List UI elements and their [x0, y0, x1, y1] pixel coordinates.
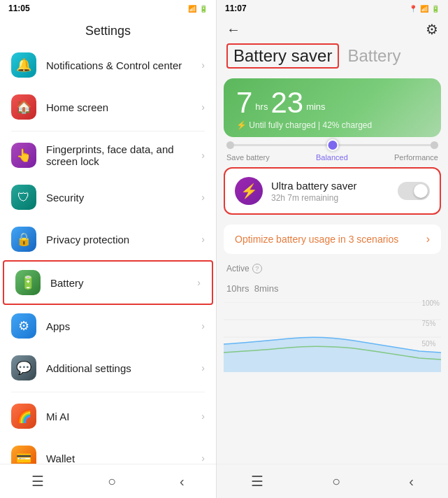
- settings-item-fingerprints[interactable]: 👆 Fingerprints, face data, and screen lo…: [0, 134, 216, 176]
- chevron-icon: ›: [201, 453, 205, 464]
- info-icon: ?: [252, 264, 262, 273]
- left-time: 11:05: [8, 3, 30, 13]
- active-mins: 8: [254, 283, 259, 294]
- active-label: Active ?: [226, 264, 438, 273]
- ultra-title: Ultra battery saver: [271, 180, 398, 192]
- right-time: 11:07: [225, 3, 247, 13]
- slider-mid-dot: [326, 139, 338, 151]
- chevron-icon: ›: [201, 411, 205, 422]
- divider: [11, 131, 205, 131]
- bolt-icon: ⚡: [240, 183, 258, 199]
- slider-track: [226, 144, 438, 146]
- optimize-text: Optimize battery usage in 3 scenarios: [235, 234, 398, 245]
- right-panel: 11:07 📍 📶 🔋 ← ⚙ Battery saver Battery 7 …: [217, 0, 448, 498]
- settings-item-apps[interactable]: ⚙ Apps ›: [0, 305, 216, 347]
- battery-settings-icon: 🔋: [15, 270, 41, 295]
- ultra-battery-card: ⚡ Ultra battery saver 32h 7m remaining: [224, 167, 441, 215]
- chevron-icon: ›: [201, 150, 205, 161]
- chart-labels: 100% 75% 50%: [421, 299, 440, 348]
- battery-status: ⚡ Until fully charged | 42% charged: [236, 120, 428, 130]
- status-bar-left: 11:05 📶 🔋: [0, 0, 216, 17]
- apps-label: Apps: [46, 320, 201, 332]
- wallet-icon: 💳: [11, 446, 36, 464]
- ultra-text: Ultra battery saver 32h 7m remaining: [271, 180, 398, 203]
- home-screen-label: Home screen: [46, 101, 201, 113]
- mode-slider[interactable]: [217, 141, 448, 148]
- privacy-icon: 🔒: [11, 227, 36, 252]
- right-back-button[interactable]: ‹: [409, 474, 414, 490]
- wallet-label: Wallet: [46, 453, 201, 464]
- additional-icon: 💬: [11, 355, 36, 380]
- mins-unit: mins: [259, 283, 278, 294]
- ultra-toggle[interactable]: [398, 182, 430, 200]
- additional-label: Additional settings: [46, 362, 201, 374]
- left-bottom-nav: ☰ ○ ‹: [0, 464, 216, 498]
- battery-label: Battery: [50, 277, 197, 289]
- back-arrow-button[interactable]: ←: [226, 22, 240, 38]
- right-header: ← ⚙: [217, 17, 448, 42]
- notifications-label: Notifications & Control center: [46, 59, 201, 71]
- chart-label-50: 50%: [421, 340, 440, 348]
- settings-item-notifications[interactable]: 🔔 Notifications & Control center ›: [0, 44, 216, 86]
- tab-battery[interactable]: Battery: [347, 46, 400, 66]
- settings-item-wallet[interactable]: 💳 Wallet ›: [0, 437, 216, 464]
- chevron-icon: ›: [201, 101, 205, 113]
- chevron-icon: ›: [201, 59, 205, 71]
- menu-button[interactable]: ☰: [31, 473, 44, 490]
- settings-item-additional[interactable]: 💬 Additional settings ›: [0, 347, 216, 389]
- mode-performance-label: Performance: [394, 153, 438, 162]
- mode-balanced-label: Balanced: [316, 153, 348, 162]
- settings-item-miai[interactable]: 🌈 Mi AI ›: [0, 395, 216, 437]
- optimize-row[interactable]: Optimize battery usage in 3 scenarios ›: [224, 225, 441, 254]
- settings-item-privacy[interactable]: 🔒 Privacy protection ›: [0, 218, 216, 260]
- left-panel: 11:05 📶 🔋 Settings 🔔 Notifications & Con…: [0, 0, 217, 498]
- miai-icon: 🌈: [11, 404, 36, 429]
- apps-icon: ⚙: [11, 313, 36, 339]
- fingerprint-icon: 👆: [11, 143, 36, 168]
- left-status-icons: 📶 🔋: [188, 5, 208, 13]
- security-icon: 🛡: [11, 185, 36, 210]
- gear-button[interactable]: ⚙: [426, 21, 438, 38]
- optimize-arrow-icon: ›: [426, 233, 430, 246]
- fingerprints-label: Fingerprints, face data, and screen lock: [46, 143, 201, 167]
- back-button[interactable]: ‹: [180, 474, 185, 490]
- settings-item-security[interactable]: 🛡 Security ›: [0, 176, 216, 218]
- battery-mins: 23: [270, 88, 303, 118]
- chevron-icon: ›: [197, 277, 201, 288]
- chevron-icon: ›: [201, 362, 205, 374]
- right-bottom-nav: ☰ ○ ‹: [217, 464, 448, 498]
- slider-right-dot: [431, 141, 438, 149]
- slider-left-dot: [226, 141, 234, 149]
- mode-save-label: Save battery: [226, 153, 270, 162]
- tab-battery-saver[interactable]: Battery saver: [226, 43, 339, 69]
- battery-card: 7 hrs 23 mins ⚡ Until fully charged | 42…: [224, 78, 441, 137]
- chart-label-100: 100%: [421, 299, 440, 307]
- signal-icon: 📶: [188, 5, 196, 13]
- right-home-button[interactable]: ○: [332, 474, 340, 490]
- battery-time-display: 7 hrs 23 mins: [236, 88, 428, 118]
- home-button[interactable]: ○: [108, 474, 116, 490]
- chevron-icon: ›: [201, 234, 205, 245]
- active-hours: 10: [226, 283, 236, 294]
- battery-hours: 7: [236, 88, 252, 118]
- miai-label: Mi AI: [46, 411, 201, 422]
- chart-label-75: 75%: [421, 320, 440, 327]
- chart-area: 100% 75% 50%: [217, 299, 448, 464]
- settings-title: Settings: [0, 17, 216, 44]
- battery-usage-chart: [224, 302, 441, 372]
- settings-item-home-screen[interactable]: 🏠 Home screen ›: [0, 86, 216, 128]
- notifications-icon: 🔔: [11, 52, 36, 78]
- active-section: Active ? 10hrs 8mins: [217, 258, 448, 299]
- security-label: Security: [46, 192, 201, 204]
- right-status-icons: 📍 📶 🔋: [409, 5, 440, 13]
- wifi-icon: 📶: [420, 5, 428, 13]
- battery-icon: 🔋: [199, 5, 208, 13]
- tab-row: Battery saver Battery: [217, 42, 448, 74]
- home-icon: 🏠: [11, 94, 36, 120]
- hrs-unit: hrs: [236, 283, 249, 294]
- ultra-subtitle: 32h 7m remaining: [271, 193, 398, 203]
- right-menu-button[interactable]: ☰: [251, 473, 263, 490]
- privacy-label: Privacy protection: [46, 234, 201, 246]
- settings-item-battery[interactable]: 🔋 Battery ›: [3, 260, 213, 305]
- chevron-icon: ›: [201, 192, 205, 203]
